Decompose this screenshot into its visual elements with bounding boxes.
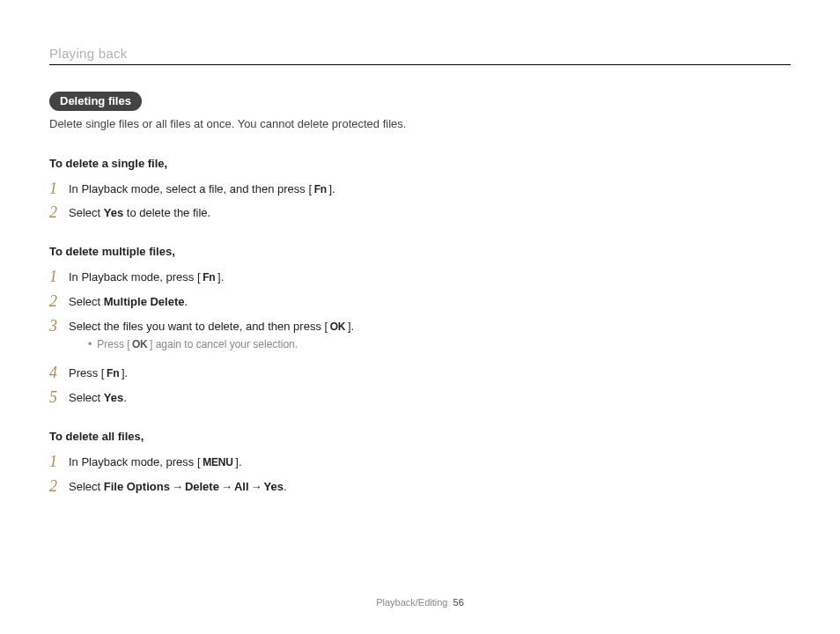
- step-text: In Playback mode, press [ Fn ].: [69, 269, 791, 286]
- text: ].: [233, 455, 242, 468]
- list-item: 5 Select Yes.: [49, 389, 791, 407]
- text: In Playback mode, press [: [69, 455, 203, 468]
- step-text: Press [ Fn ].: [69, 365, 791, 382]
- step-number: 2: [49, 478, 69, 496]
- bold-text: Yes: [264, 480, 284, 493]
- list-item: 2 Select File Options→Delete→All→Yes.: [49, 478, 791, 496]
- step-number: 2: [49, 293, 69, 311]
- text: ].: [215, 270, 224, 284]
- bold-text: Yes: [104, 391, 123, 404]
- text: Press [: [69, 366, 107, 380]
- subhead-multiple: To delete multiple files,: [49, 245, 791, 258]
- text: .: [284, 480, 287, 493]
- ok-key-icon: OK: [330, 321, 346, 333]
- step-number: 4: [49, 365, 69, 382]
- chapter-title: Playing back: [49, 46, 791, 65]
- step-text: Select Yes to delete the file.: [69, 204, 791, 222]
- section-intro: Delete single files or all files at once…: [49, 116, 410, 132]
- fn-key-icon: Fn: [314, 183, 327, 195]
- step-text: In Playback mode, press [ MENU ].: [69, 453, 791, 471]
- text: Select: [69, 480, 104, 493]
- sub-bullet-text: Press [ OK ] again to cancel your select…: [97, 336, 298, 352]
- list-item: 1 In Playback mode, press [ MENU ].: [49, 453, 791, 471]
- list-item: 4 Press [ Fn ].: [49, 365, 791, 382]
- step-number: 5: [49, 389, 69, 407]
- text: .: [123, 391, 127, 404]
- text: to delete the file.: [123, 206, 210, 219]
- step-text: Select the files you want to delete, and…: [69, 318, 791, 358]
- bold-text: File Options: [104, 480, 170, 493]
- section-pill: Deleting files: [49, 92, 142, 111]
- step-number: 2: [49, 204, 69, 222]
- text: Select: [69, 295, 104, 308]
- footer-section: Playback/Editing: [376, 597, 447, 608]
- list-item: 2 Select Yes to delete the file.: [49, 204, 791, 222]
- list-item: 3 Select the files you want to delete, a…: [49, 318, 791, 358]
- list-item: 2 Select Multiple Delete.: [49, 293, 791, 311]
- bold-text: Delete: [185, 480, 219, 493]
- list-item: 1 In Playback mode, select a file, and t…: [49, 181, 791, 198]
- text: Select: [69, 206, 104, 219]
- step-text: In Playback mode, select a file, and the…: [69, 181, 791, 198]
- document-page: Playing back Deleting files Delete singl…: [0, 0, 840, 634]
- text: ].: [119, 366, 128, 380]
- steps-multiple: 1 In Playback mode, press [ Fn ]. 2 Sele…: [49, 269, 791, 407]
- fn-key-icon: Fn: [203, 271, 215, 284]
- text: Select: [69, 391, 104, 404]
- bold-text: Multiple Delete: [104, 295, 185, 308]
- arrow-icon: →: [170, 480, 185, 493]
- steps-single: 1 In Playback mode, select a file, and t…: [49, 181, 791, 223]
- sub-bullet: • Press [ OK ] again to cancel your sele…: [88, 336, 791, 352]
- step-text: Select File Options→Delete→All→Yes.: [69, 478, 791, 496]
- text: ] again to cancel your selection.: [148, 338, 298, 350]
- step-number: 1: [49, 181, 69, 198]
- subhead-single: To delete a single file,: [49, 157, 791, 170]
- fn-key-icon: Fn: [107, 367, 119, 380]
- bullet-icon: •: [88, 336, 92, 352]
- text: ].: [345, 320, 354, 333]
- ok-key-icon: OK: [132, 338, 148, 350]
- step-text: Select Yes.: [69, 389, 791, 407]
- page-footer: Playback/Editing 56: [0, 597, 840, 608]
- text: In Playback mode, select a file, and the…: [69, 182, 314, 195]
- step-number: 3: [49, 318, 69, 335]
- text: Select the files you want to delete, and…: [69, 320, 330, 333]
- step-text: Select Multiple Delete.: [69, 293, 791, 311]
- bold-text: Yes: [104, 206, 123, 219]
- steps-all: 1 In Playback mode, press [ MENU ]. 2 Se…: [49, 453, 791, 496]
- text: Press [: [97, 338, 132, 350]
- menu-key-icon: MENU: [203, 456, 233, 468]
- arrow-icon: →: [219, 480, 234, 493]
- list-item: 1 In Playback mode, press [ Fn ].: [49, 269, 791, 286]
- subhead-all: To delete all files,: [49, 430, 791, 443]
- step-number: 1: [49, 453, 69, 471]
- page-number: 56: [453, 597, 464, 608]
- step-number: 1: [49, 269, 69, 286]
- arrow-icon: →: [249, 480, 264, 493]
- text: ].: [327, 182, 335, 195]
- text: .: [185, 295, 188, 308]
- bold-text: All: [234, 480, 249, 493]
- text: In Playback mode, press [: [69, 270, 203, 284]
